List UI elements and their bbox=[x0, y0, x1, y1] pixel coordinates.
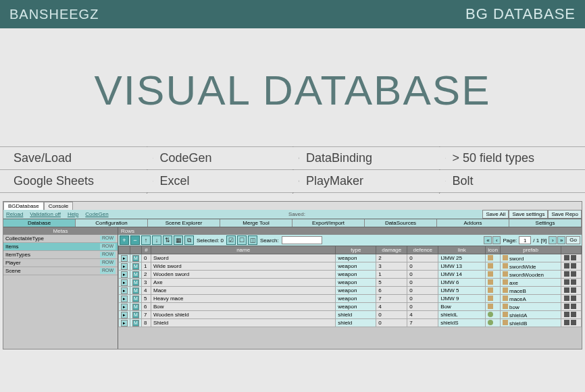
row-menu-button[interactable]: M bbox=[132, 263, 139, 270]
sword-icon bbox=[488, 263, 493, 269]
row-action-b[interactable] bbox=[571, 296, 576, 301]
page-next-button[interactable]: › bbox=[549, 236, 557, 244]
nav-tab-configuration[interactable]: Configuration bbox=[76, 219, 148, 227]
feature-save-load: Save/Load bbox=[0, 147, 147, 169]
row-action-b[interactable] bbox=[571, 304, 576, 309]
row-menu-button[interactable]: M bbox=[132, 312, 139, 318]
row-action-b[interactable] bbox=[571, 263, 576, 269]
sidebar-item-itemtypes[interactable]: ItemTypesROW bbox=[3, 251, 118, 259]
save-all-button[interactable]: Save All bbox=[482, 210, 509, 219]
row-menu-button[interactable]: M bbox=[132, 320, 139, 327]
row-expand-button[interactable]: ▸ bbox=[121, 312, 128, 318]
save-settings-button[interactable]: Save settings bbox=[509, 210, 548, 219]
row-expand-button[interactable]: ▸ bbox=[121, 320, 128, 327]
col-header[interactable] bbox=[561, 246, 582, 254]
row-menu-button[interactable]: M bbox=[132, 255, 139, 262]
nav-tab-datasources[interactable]: DataSources bbox=[365, 219, 437, 227]
link-reload[interactable]: Reload bbox=[3, 211, 26, 218]
table-row[interactable]: ▸M1Wide swordweapon30IJMW 13swordWide bbox=[119, 262, 582, 271]
sidebar-item-items[interactable]: ItemsROW bbox=[3, 243, 118, 251]
link-help[interactable]: Help bbox=[65, 211, 81, 218]
col-header[interactable]: damage bbox=[376, 246, 407, 254]
table-row[interactable]: ▸M6Bowweapon40Bowbow bbox=[119, 303, 582, 311]
tab-console[interactable]: Console bbox=[44, 202, 73, 210]
nav-tab-settings[interactable]: Settings bbox=[509, 219, 582, 227]
up-button[interactable]: ↑ bbox=[141, 235, 151, 245]
row-action-b[interactable] bbox=[571, 255, 576, 260]
row-expand-button[interactable]: ▸ bbox=[121, 304, 128, 310]
page-input[interactable] bbox=[519, 236, 531, 244]
search-input[interactable] bbox=[282, 236, 322, 244]
table-row[interactable]: ▸M3Axeweapon50IJMW 6axe bbox=[119, 279, 582, 287]
save-repo-button[interactable]: Save Repo bbox=[548, 210, 582, 219]
row-expand-button[interactable]: ▸ bbox=[121, 271, 128, 278]
col-header[interactable]: link bbox=[438, 246, 486, 254]
select-all-button[interactable]: ☑ bbox=[226, 235, 236, 245]
prefab-icon bbox=[503, 296, 508, 301]
col-header[interactable] bbox=[130, 246, 142, 254]
row-action-a[interactable] bbox=[564, 263, 569, 269]
select-invert-button[interactable]: ◫ bbox=[248, 235, 257, 245]
brand-name: BANSHEEGZ bbox=[9, 7, 99, 22]
col-header[interactable]: defence bbox=[407, 246, 438, 254]
db-nav-tabs: DatabaseConfigurationScene ExplorerMerge… bbox=[3, 219, 582, 227]
row-action-a[interactable] bbox=[564, 279, 569, 285]
row-action-a[interactable] bbox=[564, 255, 569, 260]
col-header[interactable]: # bbox=[142, 246, 151, 254]
row-action-b[interactable] bbox=[571, 279, 576, 285]
nav-tab-mergetool[interactable]: Merge Tool bbox=[220, 219, 292, 227]
nav-tab-exportimport[interactable]: Export/Import bbox=[292, 219, 365, 227]
row-action-a[interactable] bbox=[564, 312, 569, 317]
row-expand-button[interactable]: ▸ bbox=[121, 296, 128, 302]
col-header[interactable]: prefab bbox=[501, 246, 561, 254]
col-header[interactable]: icon bbox=[486, 246, 501, 254]
table-row[interactable]: ▸M2Wooden swordweapon10IJMW 14swordWoode… bbox=[119, 271, 582, 279]
row-action-b[interactable] bbox=[571, 287, 576, 293]
row-expand-button[interactable]: ▸ bbox=[121, 263, 128, 270]
row-expand-button[interactable]: ▸ bbox=[121, 287, 128, 294]
page-first-button[interactable]: « bbox=[484, 236, 492, 244]
copy-button[interactable]: ⧉ bbox=[184, 235, 194, 245]
add-row-button[interactable]: + bbox=[120, 235, 129, 245]
sidebar-item-player[interactable]: PlayerROW bbox=[3, 259, 118, 267]
link-validation[interactable]: Validation off bbox=[27, 211, 63, 218]
row-menu-button[interactable]: M bbox=[132, 304, 139, 310]
tab-bgdatabase[interactable]: BGDatabase bbox=[3, 202, 44, 210]
col-header[interactable] bbox=[119, 246, 130, 254]
row-menu-button[interactable]: M bbox=[132, 296, 139, 302]
row-action-b[interactable] bbox=[571, 320, 576, 325]
delete-row-button[interactable]: − bbox=[130, 235, 140, 245]
nav-tab-addons[interactable]: Addons bbox=[437, 219, 509, 227]
row-action-a[interactable] bbox=[564, 304, 569, 309]
col-header[interactable]: type bbox=[336, 246, 376, 254]
table-row[interactable]: ▸M4Maceweapon60IJMW 5maceB bbox=[119, 287, 582, 295]
link-codegen[interactable]: CodeGen bbox=[82, 211, 111, 218]
table-row[interactable]: ▸M0Swordweapon20IJMW 25sword bbox=[119, 254, 582, 262]
table-row[interactable]: ▸M5Heavy maceweapon70IJMW 9maceA bbox=[119, 295, 582, 303]
go-button[interactable]: Go bbox=[566, 236, 580, 244]
col-header[interactable]: name bbox=[151, 246, 336, 254]
table-row[interactable]: ▸M7Wooden shieldshield04shieldLshieldA bbox=[119, 311, 582, 319]
sort-button[interactable]: ⇅ bbox=[163, 235, 172, 245]
row-action-a[interactable] bbox=[564, 287, 569, 293]
page-last-button[interactable]: » bbox=[557, 236, 565, 244]
row-expand-button[interactable]: ▸ bbox=[121, 279, 128, 286]
row-menu-button[interactable]: M bbox=[132, 271, 139, 278]
page-prev-button[interactable]: ‹ bbox=[492, 236, 501, 244]
row-action-b[interactable] bbox=[571, 312, 576, 317]
nav-tab-database[interactable]: Database bbox=[3, 219, 76, 227]
row-menu-button[interactable]: M bbox=[132, 287, 139, 294]
row-action-b[interactable] bbox=[571, 271, 576, 277]
sidebar-item-scene[interactable]: SceneROW bbox=[3, 267, 118, 275]
row-action-a[interactable] bbox=[564, 320, 569, 325]
row-action-a[interactable] bbox=[564, 271, 569, 277]
down-button[interactable]: ↓ bbox=[152, 235, 161, 245]
row-expand-button[interactable]: ▸ bbox=[121, 255, 128, 262]
select-none-button[interactable]: ☐ bbox=[237, 235, 247, 245]
filter-button[interactable]: ▦ bbox=[174, 235, 183, 245]
row-action-a[interactable] bbox=[564, 296, 569, 301]
table-row[interactable]: ▸M8Shieldshield07shieldSshieldB bbox=[119, 319, 582, 327]
nav-tab-sceneexplorer[interactable]: Scene Explorer bbox=[148, 219, 220, 227]
sidebar-item-collectabletype[interactable]: CollectableTypeROW bbox=[3, 235, 118, 243]
row-menu-button[interactable]: M bbox=[132, 279, 139, 286]
